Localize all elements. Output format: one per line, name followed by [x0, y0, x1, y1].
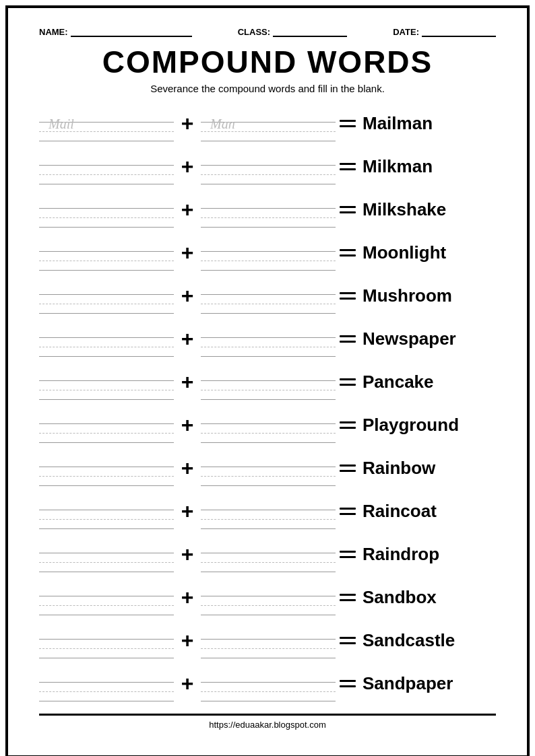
line-solid	[39, 156, 174, 166]
line-solid-2	[39, 520, 174, 529]
eq-line-bottom	[340, 427, 356, 429]
input-box-2-10[interactable]	[201, 494, 336, 530]
line-solid-2	[201, 649, 336, 658]
input-box-2-4[interactable]	[201, 236, 336, 272]
line-dashed	[39, 467, 174, 477]
line-dashed	[201, 252, 336, 261]
input-box-1-11[interactable]	[39, 537, 174, 574]
input-box-1-4[interactable]	[39, 236, 174, 272]
eq-line-top	[340, 292, 356, 294]
line-solid-2	[201, 477, 336, 486]
input-box-2-14[interactable]	[201, 666, 336, 703]
writing-lines-2-10	[201, 501, 336, 529]
input-box-1-10[interactable]	[39, 494, 174, 530]
input-box-2-13[interactable]	[201, 623, 336, 660]
input-box-2-9[interactable]	[201, 451, 336, 487]
line-dashed	[39, 295, 174, 304]
writing-lines-2-3	[201, 199, 336, 228]
line-dashed	[201, 381, 336, 390]
input-box-1-2[interactable]	[39, 149, 174, 186]
equals-operator-4	[336, 249, 360, 259]
line-solid	[201, 329, 336, 338]
line-dashed	[201, 338, 336, 347]
input-box-1-13[interactable]	[39, 623, 174, 660]
word-row-3: + Milkshake	[39, 190, 496, 232]
writing-lines-2-14	[201, 673, 336, 701]
input-box-2-11[interactable]	[201, 537, 336, 574]
line-dashed	[39, 209, 174, 218]
line-solid-2	[201, 692, 336, 701]
word-row-10: + Raincoat	[39, 491, 496, 533]
line-dashed	[201, 166, 336, 175]
line-dashed	[39, 381, 174, 390]
page: NAME: CLASS: DATE: COMPOUND WORDS Severa…	[0, 0, 535, 756]
eq-line-bottom	[340, 125, 356, 127]
word-row-14: + Sandpaper	[39, 664, 496, 706]
input-box-2-2[interactable]	[201, 149, 336, 186]
eq-line-top	[340, 594, 356, 596]
input-box-1-7[interactable]	[39, 365, 174, 401]
eq-line-bottom	[340, 384, 356, 386]
line-dashed	[39, 252, 174, 261]
date-field: DATE:	[393, 26, 496, 37]
line-solid	[39, 372, 174, 381]
eq-line-bottom	[340, 642, 356, 644]
input-box-2-5[interactable]	[201, 279, 336, 315]
line-solid-2	[201, 390, 336, 400]
plus-operator-13: +	[174, 628, 201, 656]
writing-lines-1-2	[39, 156, 174, 184]
class-line[interactable]	[273, 26, 347, 37]
line-dashed	[201, 209, 336, 218]
plus-operator-11: +	[174, 542, 201, 570]
header-row: NAME: CLASS: DATE:	[39, 26, 496, 37]
result-word-2: Milkman	[360, 156, 468, 180]
input-box-2-12[interactable]	[201, 580, 336, 617]
input-box-1-9[interactable]	[39, 451, 174, 487]
date-line[interactable]	[422, 26, 496, 37]
name-line[interactable]	[71, 26, 192, 37]
eq-line-top	[340, 465, 356, 467]
line-solid-2	[201, 261, 336, 271]
input-box-2-1[interactable]: Man	[201, 106, 336, 143]
result-word-12: Sandbox	[360, 587, 468, 611]
word-row-9: + Rainbow	[39, 448, 496, 490]
line-solid-2	[39, 218, 174, 228]
word-row-13: + Sandcastle	[39, 621, 496, 662]
input-box-1-3[interactable]	[39, 193, 174, 229]
line-dashed	[201, 467, 336, 477]
line-solid	[39, 587, 174, 596]
word-row-1: Mail + Man Mailman	[39, 104, 496, 145]
result-word-1: Mailman	[360, 113, 468, 137]
footer-url: https://eduaakar.blogspot.com	[209, 720, 325, 730]
trace-text-1: Mail	[49, 116, 74, 132]
input-box-1-5[interactable]	[39, 279, 174, 315]
eq-line-top	[340, 120, 356, 122]
line-solid	[39, 415, 174, 424]
input-box-2-8[interactable]	[201, 408, 336, 444]
input-box-1-14[interactable]	[39, 666, 174, 703]
input-box-2-6[interactable]	[201, 322, 336, 358]
line-dashed	[39, 553, 174, 563]
input-box-1-6[interactable]	[39, 322, 174, 358]
line-solid	[201, 673, 336, 683]
line-dashed	[39, 424, 174, 434]
input-box-1-12[interactable]	[39, 580, 174, 617]
line-dashed	[201, 640, 336, 649]
line-dashed	[201, 596, 336, 606]
input-box-1-1[interactable]: Mail	[39, 106, 174, 143]
input-box-2-7[interactable]	[201, 365, 336, 401]
word-row-4: + Moonlight	[39, 233, 496, 275]
eq-line-top	[340, 637, 356, 639]
writing-lines-1-13	[39, 630, 174, 658]
line-solid-2	[201, 218, 336, 228]
eq-line-top	[340, 249, 356, 251]
trace-text-2: Man	[210, 116, 235, 132]
writing-lines-1-6	[39, 329, 174, 357]
line-solid	[201, 458, 336, 467]
input-box-1-8[interactable]	[39, 408, 174, 444]
eq-line-top	[340, 421, 356, 423]
eq-line-bottom	[340, 685, 356, 687]
input-box-2-3[interactable]	[201, 193, 336, 229]
eq-line-top	[340, 508, 356, 510]
plus-operator-8: +	[174, 413, 201, 440]
